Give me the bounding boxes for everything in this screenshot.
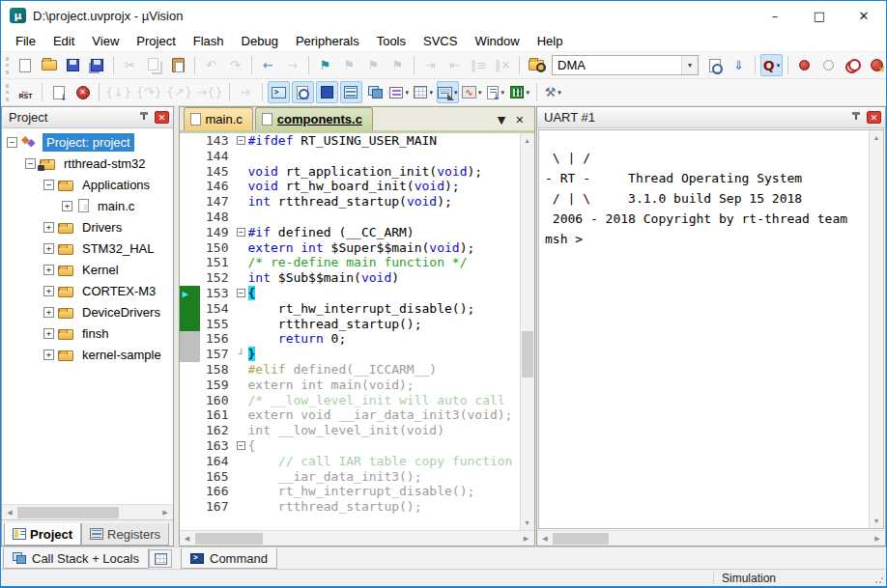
project-panel-close-icon[interactable]: ✕	[155, 111, 169, 124]
step-into-button[interactable]: {↓}	[104, 81, 132, 103]
memory-window-button[interactable]	[149, 549, 172, 568]
step-out-button[interactable]: {↗}	[165, 81, 193, 103]
registers-window-toggle-button[interactable]	[340, 81, 362, 103]
scroll-right-icon[interactable]: ▶	[870, 532, 885, 546]
tab-command[interactable]: Command	[181, 548, 277, 569]
scroll-up-icon[interactable]: ▲	[870, 130, 883, 145]
indent-button[interactable]: ⇥	[419, 54, 442, 76]
stop-debug-button[interactable]	[72, 81, 94, 103]
save-all-button[interactable]	[86, 54, 108, 76]
expander-plus-icon[interactable]: +	[43, 350, 54, 360]
outdent-button[interactable]: ⇤	[444, 54, 466, 76]
tab-project[interactable]: Project	[4, 523, 81, 546]
incremental-find-button[interactable]: ⇓	[728, 54, 750, 76]
tree-item-rtthread-stm32[interactable]: −rtthread-stm32	[2, 153, 173, 174]
scroll-right-icon[interactable]: ▶	[157, 506, 173, 519]
debug-settings-button[interactable]: ⚒▾	[542, 81, 564, 103]
scroll-down-icon[interactable]: ▼	[870, 514, 883, 528]
expander-minus-icon[interactable]: −	[25, 158, 36, 169]
expander-plus-icon[interactable]: +	[62, 201, 72, 211]
scroll-up-icon[interactable]: ▲	[521, 133, 534, 148]
menu-file[interactable]: File	[7, 32, 44, 50]
minimize-button[interactable]: –	[753, 1, 797, 30]
menu-project[interactable]: Project	[128, 32, 184, 50]
save-button[interactable]	[62, 54, 84, 76]
open-file-button[interactable]	[38, 54, 60, 76]
bookmark-clear-all-button[interactable]: ⚑	[386, 54, 409, 76]
menu-help[interactable]: Help	[529, 32, 572, 50]
scroll-down-icon[interactable]: ▼	[521, 516, 534, 530]
tree-item-cortex-m3[interactable]: +CORTEX-M3	[2, 280, 173, 301]
menu-flash[interactable]: Flash	[185, 32, 233, 50]
run-button[interactable]: ➔	[235, 81, 257, 103]
close-document-icon[interactable]: ✕	[515, 114, 524, 126]
redo-button[interactable]: ↷	[224, 54, 246, 76]
tree-item-main-c[interactable]: +main.c	[2, 195, 173, 216]
disassembly-window-toggle-button[interactable]	[292, 81, 314, 103]
maximize-button[interactable]: □	[797, 1, 842, 30]
search-combo[interactable]: ▾	[552, 55, 699, 75]
tree-item-finsh[interactable]: +finsh	[2, 322, 173, 344]
cut-button[interactable]: ✂	[119, 54, 141, 76]
fold-collapse-icon[interactable]: −	[237, 228, 245, 237]
pin-icon[interactable]	[137, 111, 151, 125]
tab-registers[interactable]: Registers	[81, 523, 169, 546]
bookmark-next-button[interactable]: ⚑	[338, 54, 360, 76]
scroll-right-icon[interactable]: ▶	[519, 532, 534, 546]
quick-search-button[interactable]: Q▾	[760, 54, 783, 76]
scroll-thumb[interactable]	[17, 507, 119, 518]
navigate-back-button[interactable]: ←	[257, 54, 279, 76]
toolbox-toggle-button[interactable]: ▾	[509, 81, 531, 103]
search-combo-input[interactable]	[553, 56, 681, 74]
comment-selection-button[interactable]: ∥≡	[468, 54, 490, 76]
menu-debug[interactable]: Debug	[233, 32, 287, 50]
disable-all-breakpoints-button[interactable]	[842, 54, 864, 76]
document-list-icon[interactable]: ▼	[498, 114, 505, 126]
menu-window[interactable]: Window	[466, 32, 528, 50]
scroll-thumb[interactable]	[553, 533, 609, 545]
combo-dropdown-icon[interactable]: ▾	[681, 56, 698, 74]
find-button[interactable]	[703, 54, 726, 76]
expander-plus-icon[interactable]: +	[43, 328, 54, 339]
kill-all-breakpoints-button[interactable]	[866, 54, 887, 76]
call-stack-window-toggle-button[interactable]	[364, 81, 386, 103]
tab-main-c[interactable]: main.c	[184, 107, 253, 130]
memory-window-toggle-button[interactable]: ▾	[413, 81, 435, 103]
expander-minus-icon[interactable]: −	[43, 180, 54, 190]
scroll-thumb[interactable]	[522, 331, 533, 378]
command-window-toggle-button[interactable]	[268, 81, 290, 103]
uart-vscrollbar[interactable]: ▲ ▼	[869, 130, 883, 528]
expander-minus-icon[interactable]: −	[7, 137, 17, 148]
resize-grip[interactable]	[874, 574, 884, 584]
new-file-button[interactable]	[14, 54, 36, 76]
editor-hscrollbar[interactable]: ◀ ▶	[180, 530, 534, 546]
expander-plus-icon[interactable]: +	[43, 286, 54, 296]
pin-icon[interactable]	[849, 111, 863, 125]
scroll-left-icon[interactable]: ◀	[2, 506, 17, 519]
uart-console[interactable]: \ | /- RT - Thread Operating System / | …	[539, 130, 869, 528]
menu-svcs[interactable]: SVCS	[415, 32, 466, 50]
menu-edit[interactable]: Edit	[44, 32, 83, 50]
editor-vscrollbar[interactable]: ▲ ▼	[520, 133, 534, 530]
fold-collapse-icon[interactable]: −	[237, 136, 245, 145]
uart-panel-close-icon[interactable]: ✕	[867, 111, 881, 124]
scroll-left-icon[interactable]: ◀	[180, 532, 195, 546]
tree-item-devicedrivers[interactable]: +DeviceDrivers	[2, 301, 173, 322]
tree-item-project-project[interactable]: −Project: project	[2, 131, 173, 153]
copy-button[interactable]	[143, 54, 165, 76]
menu-view[interactable]: View	[83, 32, 128, 50]
menu-tools[interactable]: Tools	[368, 32, 415, 50]
fold-collapse-icon[interactable]: −	[237, 441, 245, 450]
show-next-statement-button[interactable]	[47, 81, 70, 103]
find-in-files-button[interactable]	[525, 54, 547, 76]
scroll-left-icon[interactable]: ◀	[537, 532, 553, 546]
tree-item-stm32-hal[interactable]: +STM32_HAL	[2, 238, 173, 259]
close-button[interactable]: ✕	[842, 1, 886, 30]
tree-item-drivers[interactable]: +Drivers	[2, 216, 173, 238]
system-viewer-toggle-button[interactable]: ▾	[485, 81, 507, 103]
uncomment-selection-button[interactable]: ∥✕	[492, 54, 514, 76]
insert-breakpoint-button[interactable]	[793, 54, 815, 76]
watch-window-toggle-button[interactable]: ▾	[388, 81, 411, 103]
expander-plus-icon[interactable]: +	[43, 243, 54, 254]
undo-button[interactable]: ↶	[200, 54, 222, 76]
